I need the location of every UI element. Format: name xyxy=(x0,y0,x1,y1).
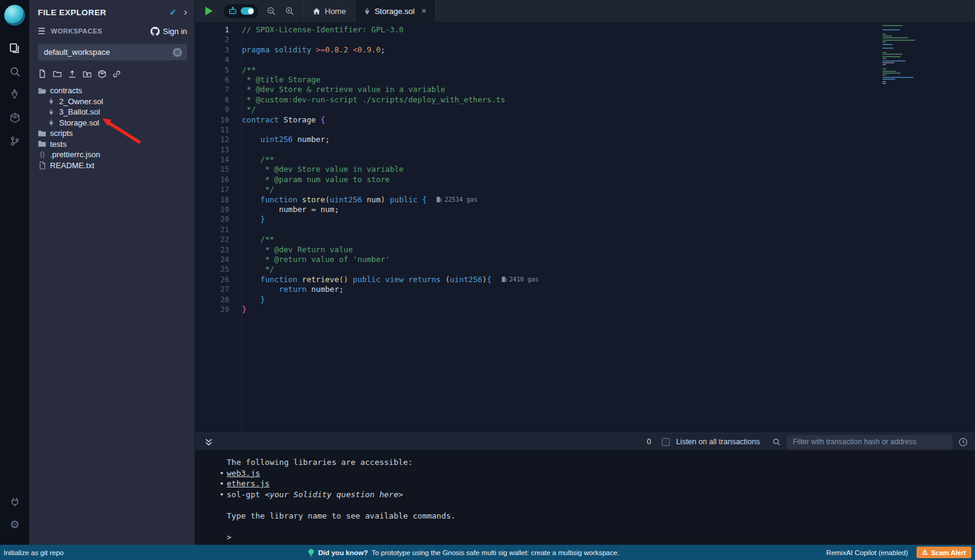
line-number: 11 xyxy=(195,125,229,135)
line-number: 22 xyxy=(195,235,229,244)
minimap[interactable] xyxy=(882,25,924,433)
upload-file-icon[interactable] xyxy=(68,69,77,79)
gas-estimate-badge: 22514 gas xyxy=(436,195,477,205)
copilot-status[interactable]: RemixAI Copilot (enabled) xyxy=(826,549,908,556)
code-line[interactable]: 14 /** xyxy=(195,155,975,165)
code-line[interactable]: 1// SPDX-License-Identifier: GPL-3.0 xyxy=(195,25,975,35)
terminal-output[interactable]: The following libraries are accessible:•… xyxy=(195,450,975,545)
code-line[interactable]: 19 number = num; xyxy=(195,205,975,214)
code-line[interactable]: 6 * @title Storage xyxy=(195,75,975,85)
code-line[interactable]: 3pragma solidity >=0.8.2 <0.9.0; xyxy=(195,45,975,55)
library-link[interactable]: ethers.js xyxy=(227,479,269,488)
file-explorer-icon[interactable] xyxy=(0,37,29,60)
tab-storage-sol[interactable]: Storage.sol × xyxy=(355,0,435,22)
remix-logo[interactable] xyxy=(4,5,25,26)
code-line[interactable]: 22 /** xyxy=(195,235,975,244)
line-number: 4 xyxy=(195,55,229,65)
block-time-icon[interactable] xyxy=(959,438,968,447)
folder-open-icon xyxy=(38,87,46,94)
line-number: 2 xyxy=(195,35,229,44)
code-line[interactable]: 17 */ xyxy=(195,185,975,194)
search-icon[interactable] xyxy=(772,438,781,446)
file-tree-item[interactable]: tests xyxy=(29,139,194,150)
link-icon[interactable] xyxy=(112,69,121,79)
line-number: 29 xyxy=(195,305,229,314)
code-line[interactable]: 15 * @dev Store value in variable xyxy=(195,165,975,174)
code-line[interactable]: 11 xyxy=(195,125,975,135)
copilot-toggle[interactable] xyxy=(224,4,258,18)
workspace-name: default_workspace xyxy=(44,48,172,57)
line-number: 24 xyxy=(195,255,229,264)
new-file-icon[interactable] xyxy=(38,69,47,79)
close-tab-icon[interactable]: × xyxy=(421,6,426,16)
terminal-line: The following libraries are accessible: xyxy=(227,457,975,468)
code-line[interactable]: 21 xyxy=(195,225,975,235)
scam-alert-button[interactable]: ⚠ Scam Alert xyxy=(916,547,971,558)
workspace-selector[interactable]: default_workspace xyxy=(38,44,187,60)
git-icon[interactable] xyxy=(0,129,29,152)
code-line[interactable]: 24 * @return value of 'number' xyxy=(195,255,975,264)
bullet: • xyxy=(219,468,224,479)
code-line[interactable]: 20 } xyxy=(195,214,975,224)
terminal-line: Type the library name to see available c… xyxy=(227,511,975,522)
solidity-icon xyxy=(47,97,55,105)
upload-folder-icon[interactable] xyxy=(82,69,92,79)
code-line[interactable]: 16 * @param num value to store xyxy=(195,175,975,185)
git-init-button[interactable]: Initialize as git repo xyxy=(0,549,63,556)
terminal-line: •ethers.js xyxy=(227,478,975,489)
code-line[interactable]: 12 uint256 number; xyxy=(195,135,975,144)
workspaces-menu-icon[interactable]: ☰ xyxy=(38,26,46,36)
code-line[interactable]: 27 return number; xyxy=(195,285,975,294)
file-tree-item[interactable]: { }.prettierrc.json xyxy=(29,149,194,160)
line-number: 15 xyxy=(195,165,229,174)
solidity-file-icon xyxy=(364,7,370,15)
plugin-manager-icon[interactable] xyxy=(0,490,29,513)
sign-in-button[interactable]: Sign in xyxy=(151,27,187,36)
run-script-button[interactable] xyxy=(195,0,220,22)
filter-input[interactable] xyxy=(787,435,952,449)
publish-box-icon[interactable] xyxy=(98,69,107,79)
code-line[interactable]: 13 xyxy=(195,145,975,155)
code-line[interactable]: 25 */ xyxy=(195,264,975,274)
zoom-in-icon[interactable] xyxy=(280,0,299,22)
file-tree-item[interactable]: contracts xyxy=(29,85,194,96)
search-icon[interactable] xyxy=(0,60,29,83)
code-line[interactable]: 2 xyxy=(195,35,975,44)
workspace-options-icon[interactable] xyxy=(172,48,182,57)
settings-icon[interactable]: ⚙ xyxy=(0,513,29,536)
zoom-out-icon[interactable] xyxy=(262,0,280,22)
code-line[interactable]: 10contract Storage { xyxy=(195,115,975,125)
solidity-compiler-icon[interactable] xyxy=(0,83,29,106)
file-tree-item[interactable]: scripts xyxy=(29,128,194,139)
code-line[interactable]: 26 function retrieve() public view retur… xyxy=(195,275,975,285)
code-editor[interactable]: 1// SPDX-License-Identifier: GPL-3.023pr… xyxy=(195,22,975,433)
terminal-expand-icon[interactable] xyxy=(205,438,213,446)
check-icon[interactable]: ✓ xyxy=(169,7,177,17)
line-number: 28 xyxy=(195,295,229,305)
line-number: 14 xyxy=(195,155,229,165)
code-line[interactable]: 28 } xyxy=(195,295,975,305)
code-line[interactable]: 4 xyxy=(195,55,975,65)
code-line[interactable]: 7 * @dev Store & retrieve value in a var… xyxy=(195,85,975,94)
file-tree-item[interactable]: Storage.sol xyxy=(29,118,194,129)
listen-checkbox[interactable] xyxy=(662,438,670,446)
new-folder-icon[interactable] xyxy=(52,69,62,79)
tab-home[interactable]: Home xyxy=(304,0,355,22)
library-link[interactable]: web3.js xyxy=(227,469,260,478)
file-tree-item[interactable]: 3_Ballot.sol xyxy=(29,107,194,118)
code-line[interactable]: 18 function store(uint256 num) public {2… xyxy=(195,195,975,205)
copilot-switch[interactable] xyxy=(241,7,254,15)
json-icon: { } xyxy=(38,151,46,158)
code-line[interactable]: 29} xyxy=(195,305,975,314)
file-tree-item[interactable]: 2_Owner.sol xyxy=(29,96,194,107)
line-number: 7 xyxy=(195,85,229,94)
chevron-right-icon[interactable]: › xyxy=(184,7,187,18)
terminal-prompt[interactable]: > xyxy=(227,532,975,543)
code-line[interactable]: 8 * @custom:dev-run-script ./scripts/dep… xyxy=(195,95,975,105)
code-line[interactable]: 9 */ xyxy=(195,105,975,115)
code-line[interactable]: 5/** xyxy=(195,65,975,75)
file-tree-item[interactable]: README.txt xyxy=(29,160,194,171)
deploy-run-icon[interactable] xyxy=(0,106,29,129)
line-number: 16 xyxy=(195,175,229,185)
code-line[interactable]: 23 * @dev Return value xyxy=(195,245,975,255)
